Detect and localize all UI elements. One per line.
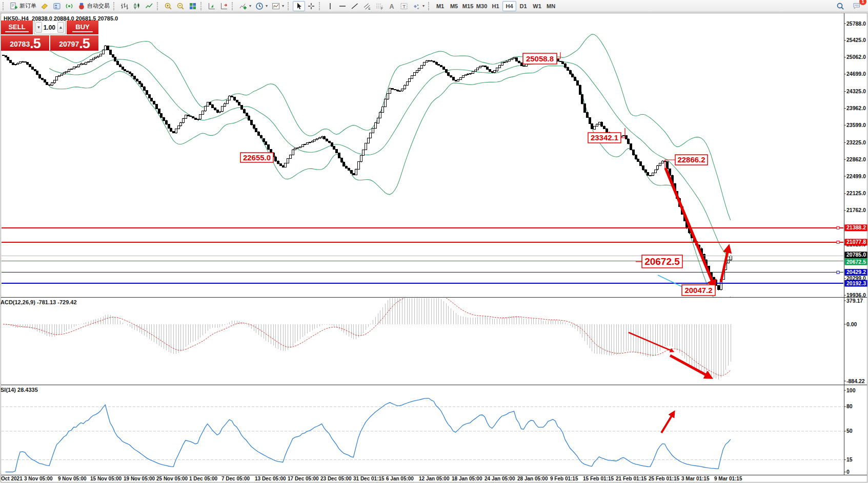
one-click-trading-panel: SELL ▼ ▲ BUY 20783.5 20797.5 [1,20,98,51]
time-axis-label: 24 Jan 05:00 [485,476,515,481]
y-axis-tick-label: 24699.0 [846,71,866,77]
svg-text:20429.2: 20429.2 [846,269,866,275]
rsi-pane [2,398,843,472]
svg-text:22866.2: 22866.2 [677,155,705,164]
volume-increase-button[interactable]: ▲ [57,22,64,33]
time-axis-label: 25 Nov 05:00 [156,476,188,481]
macd-indicator-label: ACD(12,26,9) -781.13 -729.42 [1,299,77,305]
volume-input[interactable] [43,21,56,34]
time-axis-label: 9 Mar 01:15 [714,476,742,481]
time-axis-label: 7 Dec 05:00 [221,476,250,481]
line-handle[interactable] [837,241,839,243]
svg-text:25058.8: 25058.8 [526,54,554,63]
y-axis-tick-label: 25788.0 [846,20,866,27]
price-annotation-25058.8[interactable]: 25058.8 [523,52,560,64]
time-axis-label: 6 Jan 05:00 [386,476,414,481]
terminal-window: 新订单自动交易▾▾▾EFAT▾M1M5M15M30H1H4D1W1MN1 250… [0,0,868,483]
time-axis-label: 12 Jan 05:00 [419,476,450,481]
svg-text:20192.3: 20192.3 [846,280,866,286]
buy-price-int: 20797 [59,38,79,51]
sell-price[interactable]: 20783.5 [1,35,49,51]
price-annotation-22866.2[interactable]: 22866.2 [665,155,708,169]
svg-text:21077.8: 21077.8 [846,239,866,245]
time-axis-label: 21 Feb 01:15 [616,476,647,481]
rsi-scale-label: 50 [846,428,853,434]
y-axis-tick-label: 23962.0 [846,105,866,111]
volume-stepper: ▼ ▲ [34,20,66,34]
rsi-scale-label: 100 [846,387,856,393]
price-annotation-20047.2[interactable]: 20047.2 [682,285,715,296]
line-handle[interactable] [837,226,839,229]
sell-button[interactable]: SELL [1,20,33,34]
chart-canvas: 25058.823342.122866.222655.020672.520047… [0,0,868,483]
time-axis-label: 31 Dec 01:15 [353,476,385,481]
time-axis-label: 9 Feb 01:15 [550,476,578,481]
macd-scale-label: 379.17 [846,298,863,304]
svg-text:20047.2: 20047.2 [684,286,712,295]
svg-text:20672.5: 20672.5 [644,256,680,267]
buy-price-dec: .5 [79,36,90,51]
time-axis-label: 18 Jan 05:00 [452,476,482,481]
time-axis-label: 13 Dec 05:00 [255,476,286,481]
buy-button[interactable]: BUY [67,20,98,34]
rsi-scale-label: 0 [846,469,850,475]
cyan-trendline[interactable] [658,275,683,287]
price-annotation-22655.0[interactable]: 22655.0 [240,153,273,162]
y-axis-tick-label: 25425.0 [846,37,866,43]
line-handle[interactable] [837,271,839,274]
macd-scale-label: 0.00 [846,321,857,327]
bollinger-upper-band [49,34,731,220]
time-axis-label: 17 Dec 05:00 [288,476,319,481]
y-axis-tick-label: 22862.0 [846,156,866,162]
macd-scale-label: -884.22 [846,378,865,384]
time-axis-label: 3 Nov 05:00 [24,476,53,481]
svg-text:21388.2: 21388.2 [846,224,866,230]
red-arrow[interactable] [661,416,672,433]
macd-histogram [4,292,731,380]
time-axis-label: 9 Nov 05:00 [58,476,87,481]
time-axis-label: 15 Feb 01:15 [583,476,614,481]
y-axis-tick-label: 23599.0 [846,122,866,128]
y-axis-tick-label: 23225.0 [846,139,866,145]
y-axis-tick-label: 22499.0 [846,173,866,179]
rsi-scale-label: 80 [846,403,853,409]
time-axis-label: 3 Mar 01:15 [681,476,709,481]
sell-price-dec: .5 [30,36,41,51]
y-axis-tick-label: 25062.0 [846,54,866,60]
time-axis-label: Oct 2021 [1,476,23,481]
time-axis: Oct 20213 Nov 05:009 Nov 05:0015 Nov 05:… [0,476,868,483]
y-axis-tick-label: 22125.0 [846,190,866,196]
sell-price-int: 20783 [10,38,30,51]
main-price-pane: 25058.823342.122866.222655.020672.520047… [2,34,843,305]
bollinger-lower-band [49,66,731,305]
price-annotation-20672.5[interactable]: 20672.5 [636,255,682,268]
time-axis-label: 23 Dec 05:00 [320,476,352,481]
price-axis[interactable]: 25788.025425.025062.024699.024325.023962… [844,13,868,475]
y-axis-tick-label: 24325.0 [846,88,866,94]
svg-text:22655.0: 22655.0 [243,153,271,162]
time-axis-label: 25 Feb 01:15 [649,476,679,481]
time-axis-label: 19 Nov 05:00 [124,476,155,481]
pane-borders [1,13,867,482]
y-axis-tick-label: 21762.0 [846,207,866,213]
time-axis-label: 15 Nov 05:00 [90,476,122,481]
red-arrow[interactable] [629,332,671,350]
rsi-indicator-label: SI(14) 28.4335 [1,387,38,393]
volume-decrease-button[interactable]: ▼ [35,22,42,33]
time-axis-label: 28 Jan 05:00 [517,476,548,481]
macd-pane [3,292,731,380]
rsi-scale-label: 15 [846,456,853,463]
svg-text:23342.1: 23342.1 [591,133,618,142]
buy-price[interactable]: 20797.5 [50,35,98,51]
candlesticks [3,45,732,290]
time-axis-label: 1 Dec 05:00 [189,476,217,481]
svg-text:20785.0: 20785.0 [846,251,866,258]
rsi-line [6,398,731,472]
svg-text:20672.5: 20672.5 [846,259,866,265]
